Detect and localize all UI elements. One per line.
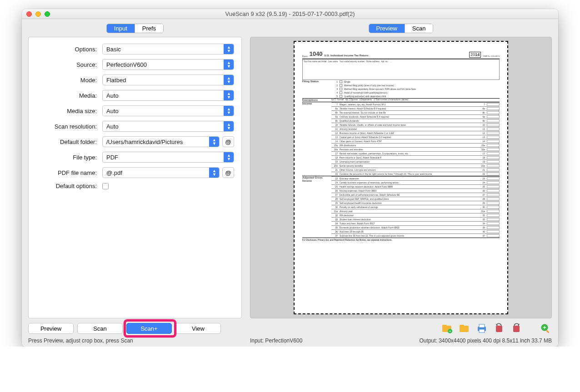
svg-rect-5: [460, 325, 464, 327]
folder-browse-button[interactable]: @: [222, 136, 234, 147]
tab-scan[interactable]: Scan: [405, 24, 433, 33]
right-tab-seg: Preview Scan: [369, 24, 434, 33]
svg-rect-1: [442, 325, 447, 327]
status-right: Output: 3400x4400 pixels 400 dpi 8.5x11 …: [419, 337, 552, 344]
mediasize-select[interactable]: Auto▲▼: [102, 105, 234, 116]
pdfname-at-button[interactable]: @: [222, 167, 234, 178]
mediasize-label: Media size:: [36, 108, 100, 114]
pdfname-label: PDF file name:: [36, 169, 100, 176]
settings-form: Options: Basic▲▼ Source: PerfectionV600▲…: [28, 37, 242, 318]
app-window: VueScan 9 x32 (9.5.19) - 2015-07-17-0003…: [22, 9, 558, 347]
tab-prefs[interactable]: Prefs: [135, 24, 163, 33]
tab-input[interactable]: Input: [107, 24, 135, 33]
options-label: Options:: [36, 46, 100, 53]
preview-button[interactable]: Preview: [28, 323, 74, 334]
scan-plus-button[interactable]: Scan+: [126, 323, 172, 334]
defopts-label: Default options:: [36, 183, 100, 189]
document-preview: Form 1040 U.S. Individual Income Tax Ret…: [294, 41, 508, 314]
toolbar-icons: +: [441, 322, 552, 335]
view-button[interactable]: View: [175, 323, 221, 334]
status-center: Input: PerfectionV600: [250, 337, 302, 344]
scanres-label: Scan resolution:: [36, 123, 100, 130]
svg-rect-8: [479, 329, 485, 332]
svg-rect-9: [496, 326, 502, 332]
defopts-checkbox[interactable]: [102, 183, 109, 189]
mode-label: Mode:: [36, 77, 100, 84]
filetype-label: File type:: [36, 154, 100, 161]
pdfname-input[interactable]: @.pdf▲▼: [102, 167, 220, 178]
svg-rect-7: [479, 324, 485, 327]
bottom-bar: Preview Scan Scan+ View +: [22, 318, 558, 337]
folder-input[interactable]: /Users/hamrickdavid/Pictures▲▼: [102, 136, 220, 147]
svg-text:+: +: [449, 329, 451, 333]
preview-area[interactable]: Form 1040 U.S. Individual Income Tax Ret…: [250, 37, 552, 318]
source-label: Source:: [36, 61, 100, 68]
svg-rect-14: [546, 330, 550, 333]
status-left: Press Preview, adjust crop box, press Sc…: [28, 337, 133, 344]
left-tab-seg: Input Prefs: [106, 24, 164, 33]
folder-label: Default folder:: [36, 139, 100, 145]
scan-button[interactable]: Scan: [77, 323, 123, 334]
rotate-right-icon[interactable]: [510, 322, 523, 335]
filetype-select[interactable]: PDF▲▼: [102, 152, 234, 163]
action-button-row: Preview Scan Scan+ View: [28, 323, 221, 334]
folder-add-icon[interactable]: +: [441, 322, 454, 335]
mode-select[interactable]: Flatbed▲▼: [102, 74, 234, 85]
chevron-updown-icon: ▲▼: [227, 45, 231, 53]
options-select[interactable]: Basic▲▼: [102, 44, 234, 55]
window-title: VueScan 9 x32 (9.5.19) - 2015-07-17-0003…: [22, 10, 558, 17]
titlebar: VueScan 9 x32 (9.5.19) - 2015-07-17-0003…: [22, 9, 558, 19]
media-label: Media:: [36, 92, 100, 99]
media-select[interactable]: Auto▲▼: [102, 90, 234, 101]
zoom-icon[interactable]: [539, 322, 552, 335]
scanres-select[interactable]: Auto▲▼: [102, 121, 234, 132]
tab-preview[interactable]: Preview: [369, 24, 405, 33]
rotate-left-icon[interactable]: [493, 322, 505, 335]
print-icon[interactable]: [475, 322, 488, 335]
folder-icon[interactable]: [458, 322, 471, 335]
status-bar: Press Preview, adjust crop box, press Sc…: [22, 337, 558, 347]
svg-rect-11: [513, 326, 520, 332]
source-select[interactable]: PerfectionV600▲▼: [102, 59, 234, 70]
